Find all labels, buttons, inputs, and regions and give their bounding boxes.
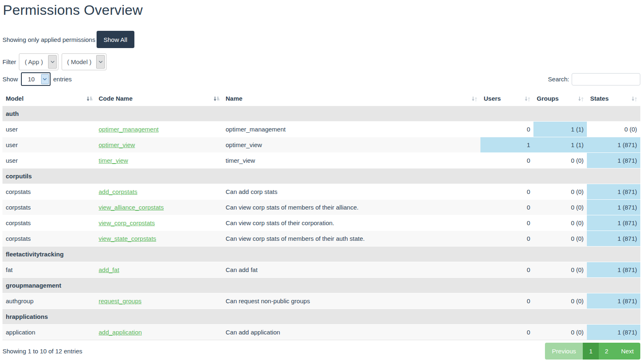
permission-link[interactable]: add_application — [99, 329, 142, 336]
states-count-cell: 1 (871) — [587, 262, 640, 278]
entries-info: Showing 1 to 10 of 12 entries — [2, 348, 82, 355]
table-footer: Showing 1 to 10 of 12 entries Previous12… — [2, 343, 640, 360]
page-title: Permissions Overview — [3, 1, 640, 19]
sort-both-icon — [524, 95, 531, 101]
table-row: corpstatsview_alliance_corpstatsCan view… — [2, 200, 640, 215]
pagination-next[interactable]: Next — [614, 343, 640, 360]
pagination-2[interactable]: 2 — [599, 343, 614, 360]
users-count-cell: 0 — [480, 184, 533, 200]
permission-link[interactable]: view_state_corpstats — [99, 235, 156, 242]
column-header-code-name[interactable]: Code Name — [95, 91, 222, 106]
table-controls-row: Show 10 entries Search: — [2, 72, 640, 86]
code-name-cell: timer_view — [95, 153, 222, 168]
group-name: auth — [2, 106, 640, 122]
name-cell: optimer_management — [222, 122, 480, 137]
states-count-cell: 1 (871) — [587, 215, 640, 231]
model-cell: corpstats — [2, 184, 95, 200]
permission-link[interactable]: request_groups — [99, 297, 141, 304]
name-cell: optimer_view — [222, 137, 480, 153]
group-header-row: groupmanagement — [2, 278, 640, 293]
permission-link[interactable]: optimer_view — [99, 141, 135, 148]
column-header-name[interactable]: Name — [222, 91, 480, 106]
pagination: Previous12Next — [545, 343, 640, 360]
filter-label: Filter — [2, 58, 16, 65]
states-count-cell: 1 (871) — [587, 325, 640, 340]
permission-link[interactable]: add_fat — [99, 266, 119, 273]
code-name-cell: view_state_corpstats — [95, 231, 222, 247]
table-row: useroptimer_viewoptimer_view11 (1)1 (871… — [2, 137, 640, 153]
chevron-down-icon — [41, 74, 49, 84]
code-name-cell: view_corp_corpstats — [95, 215, 222, 231]
column-label: Users — [484, 95, 501, 102]
column-header-states[interactable]: States — [587, 91, 640, 106]
code-name-cell: add_application — [95, 325, 222, 340]
showing-note: Showing only applied permissions — [2, 36, 95, 43]
groups-count-cell: 0 (0) — [533, 215, 587, 231]
column-label: Model — [6, 95, 23, 102]
users-count-cell: 1 — [480, 137, 533, 153]
states-count-cell: 1 (871) — [587, 153, 640, 168]
model-cell: corpstats — [2, 215, 95, 231]
column-header-groups[interactable]: Groups — [533, 91, 587, 106]
group-name: fleetactivitytracking — [2, 247, 640, 262]
groups-count-cell: 0 (0) — [533, 293, 587, 309]
model-cell: corpstats — [2, 231, 95, 247]
sort-amount-icon — [86, 95, 92, 101]
name-cell: Can view corp stats of their corporation… — [222, 215, 480, 231]
model-filter-select[interactable]: ( Model ) — [62, 53, 106, 70]
users-count-cell: 0 — [480, 231, 533, 247]
page-length-select[interactable]: 10 — [21, 72, 51, 86]
permission-link[interactable]: view_corp_corpstats — [99, 219, 155, 226]
name-cell: timer_view — [222, 153, 480, 168]
sort-both-icon — [471, 95, 478, 101]
sort-both-icon — [524, 96, 531, 102]
search-input[interactable] — [572, 73, 640, 85]
table-row: usertimer_viewtimer_view00 (0)1 (871) — [2, 153, 640, 168]
code-name-cell: optimer_management — [95, 122, 222, 137]
permission-link[interactable]: add_corpstats — [99, 188, 137, 195]
model-filter-value: ( Model ) — [62, 58, 96, 65]
app-filter-select[interactable]: ( App ) — [19, 53, 58, 70]
sort-amount-icon — [213, 96, 219, 102]
groups-count-cell: 0 (0) — [533, 153, 587, 168]
model-cell: user — [2, 153, 95, 168]
permission-link[interactable]: view_alliance_corpstats — [99, 204, 164, 211]
users-count-cell: 0 — [480, 293, 533, 309]
model-cell: application — [2, 325, 95, 340]
column-label: Name — [226, 95, 242, 102]
column-header-users[interactable]: Users — [480, 91, 533, 106]
groups-count-cell: 0 (0) — [533, 325, 587, 340]
name-cell: Can request non-public groups — [222, 293, 480, 309]
states-count-cell: 0 (0) — [587, 122, 640, 137]
show-all-button[interactable]: Show All — [97, 31, 134, 48]
column-header-model[interactable]: Model — [2, 91, 95, 106]
states-count-cell: 1 (871) — [587, 200, 640, 215]
states-count-cell: 1 (871) — [587, 293, 640, 309]
permissions-overview-page: Permissions Overview Showing only applie… — [0, 1, 644, 360]
applied-permissions-toolbar: Showing only applied permissions Show Al… — [2, 31, 640, 48]
permission-link[interactable]: timer_view — [99, 157, 128, 164]
sort-amount-icon — [213, 95, 219, 101]
name-cell: Can add corp stats — [222, 184, 480, 200]
group-header-row: hrapplications — [2, 309, 640, 325]
page-length-value: 10 — [22, 76, 41, 83]
group-name: corputils — [2, 168, 640, 184]
model-cell: fat — [2, 262, 95, 278]
groups-count-cell: 1 (1) — [533, 137, 587, 153]
search-label: Search: — [548, 76, 569, 83]
states-count-cell: 1 (871) — [587, 137, 640, 153]
table-header-row: ModelCode NameNameUsersGroupsStates — [2, 91, 640, 106]
sort-both-icon — [578, 96, 584, 102]
chevron-down-icon — [48, 55, 57, 69]
show-label: Show — [2, 76, 18, 83]
pagination-1[interactable]: 1 — [583, 343, 598, 360]
groups-count-cell: 0 (0) — [533, 231, 587, 247]
permission-link[interactable]: optimer_management — [99, 126, 159, 133]
code-name-cell: add_fat — [95, 262, 222, 278]
pagination-previous: Previous — [545, 343, 583, 360]
group-header-row: fleetactivitytracking — [2, 247, 640, 262]
entries-label: entries — [53, 76, 72, 83]
group-header-row: corputils — [2, 168, 640, 184]
groups-count-cell: 0 (0) — [533, 184, 587, 200]
model-cell: user — [2, 122, 95, 137]
